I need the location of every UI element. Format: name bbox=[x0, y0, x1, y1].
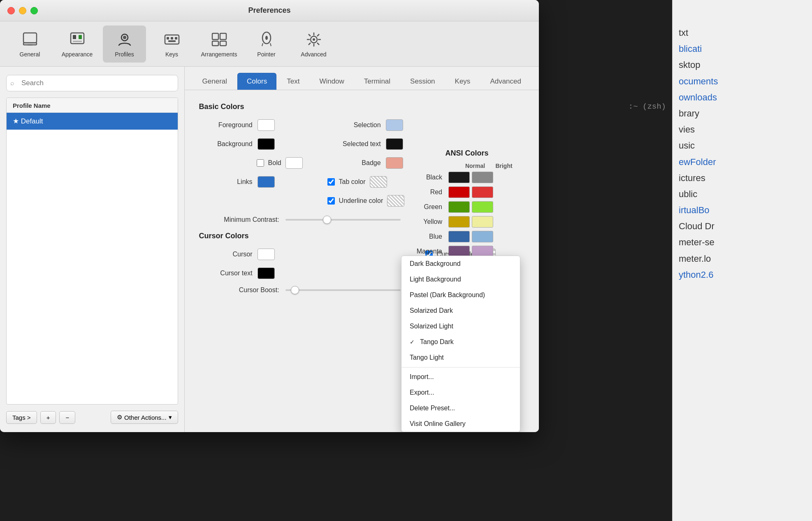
tags-button[interactable]: Tags > bbox=[6, 411, 37, 424]
general-icon bbox=[21, 30, 39, 49]
badge-swatch[interactable] bbox=[386, 157, 403, 169]
underline-color-checkbox[interactable] bbox=[327, 197, 335, 205]
file-item: ownloads bbox=[677, 89, 808, 105]
cursor-label: Cursor bbox=[199, 251, 253, 258]
tab-advanced[interactable]: Advanced bbox=[480, 73, 531, 90]
tab-terminal[interactable]: Terminal bbox=[355, 73, 400, 90]
ansi-red-label: Red bbox=[413, 188, 446, 196]
search-input[interactable] bbox=[6, 75, 178, 91]
ansi-black-label: Black bbox=[413, 174, 446, 181]
remove-icon: − bbox=[65, 414, 69, 421]
ansi-row-yellow: Yellow bbox=[413, 216, 520, 228]
bold-checkbox[interactable] bbox=[257, 159, 264, 167]
file-item: brary bbox=[677, 105, 808, 121]
preset-light-bg[interactable]: Light Background bbox=[401, 272, 520, 287]
ansi-blue-bright[interactable] bbox=[472, 231, 493, 242]
pointer-icon bbox=[258, 30, 276, 49]
selected-text-swatch[interactable] bbox=[386, 138, 403, 150]
toolbar-item-arrangements[interactable]: Arrangements bbox=[197, 26, 241, 63]
file-item: ictures bbox=[677, 170, 808, 186]
tab-color-swatch[interactable] bbox=[370, 176, 387, 188]
foreground-swatch[interactable] bbox=[258, 119, 275, 131]
close-button[interactable] bbox=[7, 7, 15, 14]
tab-color-checkbox[interactable] bbox=[327, 178, 335, 186]
ansi-yellow-normal[interactable] bbox=[448, 216, 470, 228]
ansi-black-normal[interactable] bbox=[448, 172, 470, 183]
preset-solarized-dark[interactable]: Solarized Dark bbox=[401, 303, 520, 319]
file-item: ython2.6 bbox=[677, 267, 808, 283]
profiles-label: Profiles bbox=[115, 51, 134, 58]
dropdown-menu: Dark Background Light Background Pastel … bbox=[401, 256, 520, 432]
underline-color-swatch[interactable] bbox=[387, 195, 404, 207]
toolbar-item-appearance[interactable]: Appearance bbox=[56, 26, 99, 63]
cursor-text-swatch[interactable] bbox=[258, 267, 275, 279]
bold-label: Bold bbox=[268, 159, 281, 167]
preset-import[interactable]: Import... bbox=[401, 369, 520, 385]
tab-text[interactable]: Text bbox=[277, 73, 309, 90]
selection-swatch[interactable] bbox=[386, 119, 403, 131]
background-swatch[interactable] bbox=[258, 138, 275, 150]
minimum-contrast-label: Minimum Contrast: bbox=[199, 216, 279, 223]
preset-delete[interactable]: Delete Preset... bbox=[401, 400, 520, 416]
remove-profile-button[interactable]: − bbox=[59, 411, 75, 424]
file-item: meter.lo bbox=[677, 251, 808, 267]
ansi-yellow-label: Yellow bbox=[413, 218, 446, 226]
cursor-swatch[interactable] bbox=[258, 249, 275, 260]
ansi-red-normal[interactable] bbox=[448, 186, 470, 198]
profile-item-default[interactable]: ★ Default bbox=[7, 113, 178, 130]
toolbar-item-pointer[interactable]: Pointer bbox=[245, 26, 288, 63]
ansi-blue-normal[interactable] bbox=[448, 231, 470, 242]
preset-dark-bg[interactable]: Dark Background bbox=[401, 256, 520, 272]
preset-pastel-dark[interactable]: Pastel (Dark Background) bbox=[401, 287, 520, 303]
tab-colors[interactable]: Colors bbox=[237, 73, 276, 90]
appearance-icon bbox=[68, 30, 86, 49]
preset-tango-dark[interactable]: Tango Dark bbox=[401, 334, 520, 350]
tab-keys[interactable]: Keys bbox=[445, 73, 480, 90]
toolbar-item-advanced[interactable]: Advanced bbox=[292, 26, 335, 63]
svg-rect-0 bbox=[23, 33, 37, 43]
cursor-boost-slider[interactable] bbox=[285, 289, 401, 291]
ansi-black-bright[interactable] bbox=[472, 172, 493, 183]
add-profile-button[interactable]: + bbox=[40, 411, 56, 424]
toolbar-item-keys[interactable]: Keys bbox=[150, 26, 193, 63]
other-actions-button[interactable]: ⚙ Other Actions... ▾ bbox=[111, 411, 178, 424]
tab-general[interactable]: General bbox=[193, 73, 237, 90]
svg-point-19 bbox=[265, 36, 268, 40]
basic-colors-right: Selection Selected text Badge bbox=[327, 119, 405, 214]
svg-rect-13 bbox=[168, 40, 176, 42]
minimum-contrast-slider[interactable] bbox=[285, 219, 401, 221]
profile-list: Profile Name ★ Default bbox=[6, 98, 178, 405]
pointer-label: Pointer bbox=[257, 51, 275, 58]
preset-export[interactable]: Export... bbox=[401, 385, 520, 400]
keys-label: Keys bbox=[165, 51, 178, 58]
ansi-yellow-bright[interactable] bbox=[472, 216, 493, 228]
maximize-button[interactable] bbox=[30, 7, 38, 14]
tab-window[interactable]: Window bbox=[310, 73, 353, 90]
bold-row: Bold bbox=[199, 157, 303, 169]
ansi-magenta-label: Magenta bbox=[413, 248, 446, 255]
foreground-row: Foreground bbox=[199, 119, 303, 131]
panel-content: Basic Colors Foreground Background bbox=[185, 90, 539, 432]
toolbar-item-general[interactable]: General bbox=[8, 26, 51, 63]
arrangements-label: Arrangements bbox=[201, 51, 237, 58]
tab-session[interactable]: Session bbox=[401, 73, 444, 90]
preset-solarized-light[interactable]: Solarized Light bbox=[401, 319, 520, 334]
ansi-title: ANSI Colors bbox=[413, 149, 520, 158]
preset-tango-light[interactable]: Tango Light bbox=[401, 350, 520, 365]
minimize-button[interactable] bbox=[19, 7, 26, 14]
svg-line-30 bbox=[317, 34, 319, 36]
preset-gallery[interactable]: Visit Online Gallery bbox=[401, 416, 520, 432]
ansi-red-bright[interactable] bbox=[472, 186, 493, 198]
background-label: Background bbox=[199, 140, 253, 148]
links-swatch[interactable] bbox=[258, 176, 275, 188]
cursor-boost-label: Cursor Boost: bbox=[199, 286, 279, 294]
svg-rect-17 bbox=[220, 41, 226, 46]
ansi-green-normal[interactable] bbox=[448, 201, 470, 213]
svg-rect-6 bbox=[73, 41, 82, 42]
links-row: Links bbox=[199, 176, 303, 188]
file-item: usic bbox=[677, 137, 808, 154]
toolbar-item-profiles[interactable]: Profiles bbox=[103, 26, 146, 63]
toolbar: General Appearance Profil bbox=[0, 21, 539, 67]
ansi-green-bright[interactable] bbox=[472, 201, 493, 213]
bold-swatch[interactable] bbox=[285, 157, 303, 169]
